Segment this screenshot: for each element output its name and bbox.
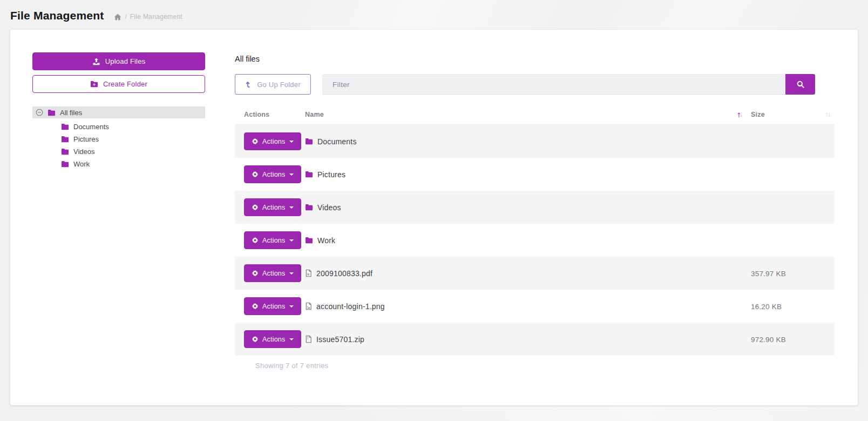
file-image-icon (305, 302, 312, 310)
tree-item-label: Documents (73, 123, 109, 131)
file-manager-card: Upload Files Create Folder All files Doc… (10, 30, 858, 405)
file-table-body: Actions Documents Actions Pictures (235, 125, 835, 356)
row-actions-button[interactable]: Actions (244, 198, 301, 216)
column-header-name-label: Name (305, 111, 324, 118)
tree-root-label: All files (60, 109, 82, 117)
folder-icon (305, 237, 313, 244)
entry-name[interactable]: Pictures (317, 170, 345, 179)
folder-icon (61, 136, 69, 143)
tree-item-label: Videos (73, 148, 95, 156)
gear-icon (252, 336, 259, 343)
caret-down-icon (289, 272, 294, 275)
tree-item-folder[interactable]: Work (32, 158, 205, 170)
folder-tree: All files Documents Pictures Videos Work (32, 106, 205, 170)
folder-plus-icon (90, 81, 98, 88)
entry-name[interactable]: Documents (317, 137, 357, 146)
toolbar: Go Up Folder (235, 74, 835, 95)
create-folder-button[interactable]: Create Folder (32, 75, 205, 93)
folder-icon (305, 138, 313, 145)
entry-name[interactable]: Issue5701.zip (316, 335, 364, 344)
entry-name[interactable]: Work (317, 236, 335, 245)
row-actions-button[interactable]: Actions (244, 231, 301, 249)
file-pdf-icon (305, 269, 312, 277)
tree-item-label: Work (73, 160, 90, 168)
upload-files-button[interactable]: Upload Files (32, 52, 205, 70)
sort-icon-name[interactable] (737, 111, 743, 118)
level-up-icon (245, 81, 252, 88)
row-actions-label: Actions (262, 204, 285, 211)
breadcrumb-current: File Management (130, 13, 182, 21)
caret-down-icon (289, 141, 294, 143)
folder-icon (61, 161, 69, 168)
filter-group (322, 74, 815, 95)
row-actions-button[interactable]: Actions (244, 132, 301, 150)
entry-size: 972.90 KB (751, 336, 786, 344)
go-up-folder-label: Go Up Folder (257, 81, 300, 89)
tree-item-folder[interactable]: Pictures (32, 133, 205, 145)
gear-icon (252, 303, 259, 310)
row-actions-button[interactable]: Actions (244, 165, 301, 183)
search-button[interactable] (785, 74, 815, 95)
table-row: Actions Videos (235, 191, 835, 224)
entry-size: 357.97 KB (751, 270, 786, 278)
gear-icon (252, 237, 259, 244)
home-icon[interactable] (114, 14, 121, 21)
sidebar: Upload Files Create Folder All files Doc… (32, 52, 205, 405)
row-actions-button[interactable]: Actions (244, 330, 301, 348)
table-header: Actions Name Size (235, 105, 835, 125)
sort-icon-size[interactable] (825, 111, 831, 118)
collapse-minus-circle-icon[interactable] (36, 109, 43, 116)
column-header-size-label: Size (751, 111, 765, 118)
row-actions-button[interactable]: Actions (244, 297, 301, 315)
column-header-name[interactable]: Name (305, 111, 751, 118)
folder-icon (61, 148, 69, 155)
breadcrumb: / File Management (114, 13, 182, 21)
table-row: Actions Work (235, 224, 835, 257)
gear-icon (252, 270, 259, 277)
tree-children: Documents Pictures Videos Work (32, 121, 205, 170)
entry-name[interactable]: 2009100833.pdf (316, 269, 372, 278)
caret-down-icon (289, 239, 294, 242)
upload-icon (92, 58, 100, 65)
file-zip-icon (305, 335, 312, 343)
caret-down-icon (289, 305, 294, 308)
row-actions-label: Actions (262, 336, 285, 343)
row-actions-button[interactable]: Actions (244, 264, 301, 282)
page-title: File Management (10, 9, 104, 22)
tree-item-label: Pictures (73, 135, 99, 143)
entries-status: Showing 7 of 7 entries (235, 362, 835, 370)
caret-down-icon (289, 206, 294, 209)
go-up-folder-button[interactable]: Go Up Folder (235, 74, 311, 95)
breadcrumb-separator: / (125, 13, 126, 21)
table-row: Actions 2009100833.pdf 357.97 KB (235, 257, 835, 290)
row-actions-label: Actions (262, 237, 285, 244)
search-icon (796, 80, 805, 89)
column-header-size[interactable]: Size (751, 111, 835, 118)
row-actions-label: Actions (262, 270, 285, 277)
folder-icon (305, 204, 313, 211)
column-header-actions: Actions (235, 111, 305, 118)
gear-icon (252, 138, 259, 145)
row-actions-label: Actions (262, 138, 285, 145)
tree-item-folder[interactable]: Videos (32, 145, 205, 158)
entry-name[interactable]: Videos (317, 203, 341, 212)
main-panel: All files Go Up Folder Actions Name (235, 52, 835, 405)
folder-icon (305, 171, 313, 178)
gear-icon (252, 204, 259, 211)
caret-down-icon (289, 173, 294, 176)
table-row: Actions Issue5701.zip 972.90 KB (235, 323, 835, 356)
entry-name[interactable]: account-login-1.png (316, 302, 385, 311)
tree-item-folder[interactable]: Documents (32, 121, 205, 133)
upload-files-label: Upload Files (105, 57, 146, 65)
entry-size: 16.20 KB (751, 303, 782, 311)
folder-icon (61, 123, 69, 130)
folder-icon (48, 109, 56, 116)
table-row: Actions account-login-1.png 16.20 KB (235, 290, 835, 323)
current-folder-heading: All files (235, 52, 835, 65)
tree-item-all-files[interactable]: All files (32, 106, 205, 118)
caret-down-icon (289, 338, 294, 340)
gear-icon (252, 171, 259, 178)
row-actions-label: Actions (262, 303, 285, 310)
table-row: Actions Pictures (235, 158, 835, 191)
filter-input[interactable] (322, 74, 785, 95)
